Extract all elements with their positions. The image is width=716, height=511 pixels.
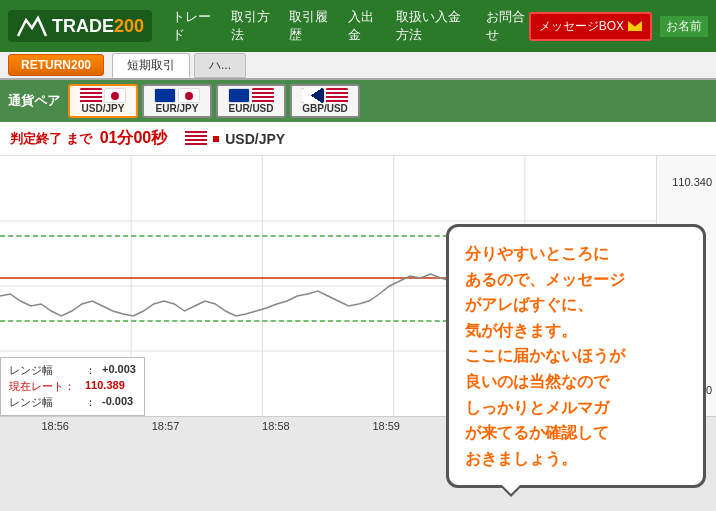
eurusd-label: EUR/USD	[228, 103, 273, 114]
header: TRADE200 トレード 取引方法 取引履歴 入出金 取扱い入金方法 お問合せ…	[0, 0, 716, 52]
range-lower-key: レンジ幅	[9, 395, 79, 410]
logo: TRADE200	[8, 10, 152, 42]
return200-button[interactable]: RETURN200	[8, 54, 104, 76]
bubble-text: 分りやすいところに あるので、メッセージ がアレばすぐに、 気が付きます。 ここ…	[465, 241, 687, 471]
eurusd-flags	[228, 88, 274, 103]
range-lower-row: レンジ幅 ： -0.003	[9, 395, 136, 410]
range-lower-val: -0.003	[102, 395, 133, 410]
usdjpy-label: USD/JPY	[82, 103, 125, 114]
gbpusd-flags	[302, 88, 348, 103]
currency-pair-label: 通貨ペア	[8, 92, 60, 110]
eu-flag2-icon	[228, 88, 250, 103]
tab-other[interactable]: ハ...	[194, 53, 246, 78]
logo-text: TRADE	[52, 16, 114, 37]
nav-method[interactable]: 取引方法	[231, 8, 274, 44]
range-upper-key: レンジ幅	[9, 363, 79, 378]
nav-contact[interactable]: お問合せ	[486, 8, 529, 44]
current-rate-val: 110.389	[85, 379, 125, 394]
timer-value: 01分00秒	[100, 128, 168, 149]
usdjpy-flags	[80, 88, 126, 103]
nav-trade[interactable]: トレード	[172, 8, 215, 44]
current-rate-key: 現在レート：	[9, 379, 79, 394]
currency-pair-gbpusd[interactable]: GBP/USD	[290, 84, 360, 118]
us-flag-icon	[80, 88, 102, 103]
dot-separator	[213, 136, 219, 142]
logo-number: 200	[114, 16, 144, 37]
us-flag2-icon	[252, 88, 274, 103]
us-flag-timer	[185, 131, 207, 146]
y-label-upper: 110.340	[661, 176, 712, 188]
active-pair-display: USD/JPY	[185, 131, 285, 147]
chart-info-box: レンジ幅 ： +0.003 現在レート： 110.389 レンジ幅 ： -0.0…	[0, 357, 145, 416]
range-upper-row: レンジ幅 ： +0.003	[9, 363, 136, 378]
main-nav: トレード 取引方法 取引履歴 入出金 取扱い入金方法 お問合せ	[172, 8, 529, 44]
nav-history[interactable]: 取引履歴	[289, 8, 332, 44]
currency-pair-eurjpy[interactable]: EUR/JPY	[142, 84, 212, 118]
currency-pair-usdjpy[interactable]: USD/JPY	[68, 84, 138, 118]
eurjpy-flags	[154, 88, 200, 103]
x-label-2: 18:58	[262, 420, 290, 432]
logo-mountain-icon	[16, 14, 48, 38]
message-box-button[interactable]: メッセージBOX	[529, 12, 652, 41]
mail-icon	[628, 21, 642, 31]
x-label-1: 18:57	[152, 420, 180, 432]
x-label-3: 18:59	[372, 420, 400, 432]
nav-deposit-method[interactable]: 取扱い入金方法	[396, 8, 470, 44]
uk-flag-icon	[302, 88, 324, 103]
eu-flag-icon	[154, 88, 176, 103]
x-label-0: 18:56	[41, 420, 69, 432]
timer-pair-name: USD/JPY	[225, 131, 285, 147]
current-rate-row: 現在レート： 110.389	[9, 379, 136, 394]
tab-short-trade[interactable]: 短期取引	[112, 53, 190, 78]
jp-flag-icon	[104, 88, 126, 103]
chart-wrapper: 110.340 110.320 レンジ幅 ： +0.003 現在レート： 110…	[0, 156, 716, 435]
message-box-label: メッセージBOX	[539, 18, 624, 35]
timer-row: 判定終了 まで 01分00秒 USD/JPY	[0, 122, 716, 156]
header-right: メッセージBOX お名前	[529, 12, 708, 41]
range-upper-val: +0.003	[102, 363, 136, 378]
timer-label: 判定終了 まで	[10, 130, 92, 148]
us-flag3-icon	[326, 88, 348, 103]
speech-bubble: 分りやすいところに あるので、メッセージ がアレばすぐに、 気が付きます。 ここ…	[446, 224, 706, 488]
jp-flag2-icon	[178, 88, 200, 103]
eurjpy-label: EUR/JPY	[156, 103, 199, 114]
onamae-label: お名前	[660, 16, 708, 37]
nav-deposit[interactable]: 入出金	[348, 8, 380, 44]
gbpusd-label: GBP/USD	[302, 103, 348, 114]
currency-pair-eurusd[interactable]: EUR/USD	[216, 84, 286, 118]
sub-nav: RETURN200 短期取引 ハ...	[0, 52, 716, 80]
currency-pair-row: 通貨ペア USD/JPY EUR/JPY EUR/USD GBP/USD	[0, 80, 716, 122]
